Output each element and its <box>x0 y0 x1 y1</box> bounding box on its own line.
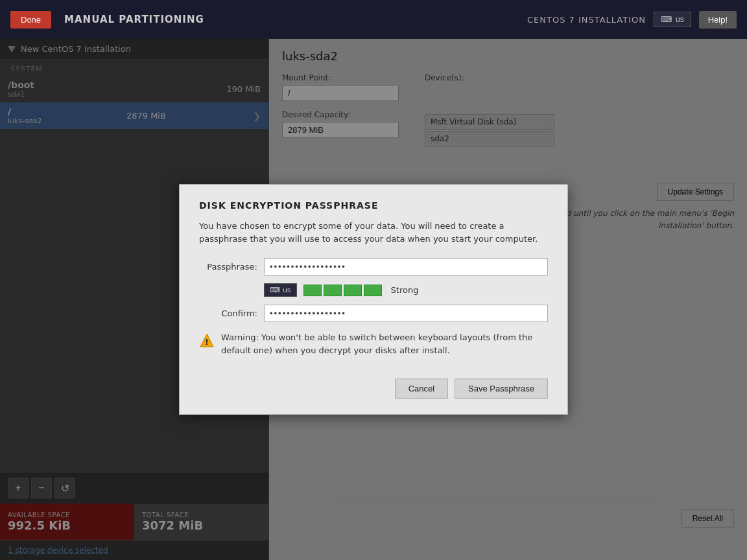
keyboard-indicator[interactable]: ⌨ us <box>264 283 297 297</box>
page-title: MANUAL PARTITIONING <box>64 14 204 25</box>
dialog-buttons: Cancel Save Passphrase <box>199 379 548 399</box>
keyboard-lang-label: us <box>283 286 291 294</box>
done-button[interactable]: Done <box>10 11 51 29</box>
passphrase-row: Passphrase: <box>199 258 548 275</box>
strength-bar-1 <box>303 285 322 296</box>
keyboard-icon-dialog: ⌨ <box>270 286 280 294</box>
confirm-input[interactable] <box>264 305 548 322</box>
main-area: New CentOS 7 Installation SYSTEM /boot s… <box>0 39 747 560</box>
keyboard-strength-row: ⌨ us Strong <box>199 283 548 297</box>
passphrase-input[interactable] <box>264 258 548 275</box>
help-button[interactable]: Help! <box>699 11 737 29</box>
dialog-overlay: DISK ENCRYPTION PASSPHRASE You have chos… <box>0 39 747 560</box>
keyboard-layout-button[interactable]: ⌨ us <box>654 12 691 27</box>
strength-bar-2 <box>324 285 342 296</box>
save-passphrase-button[interactable]: Save Passphrase <box>455 379 548 399</box>
dialog-warning: ! Warning: You won't be able to switch b… <box>199 331 548 363</box>
strength-bar-3 <box>344 285 362 296</box>
confirm-label: Confirm: <box>199 309 257 318</box>
confirm-row: Confirm: <box>199 305 548 322</box>
top-bar: Done MANUAL PARTITIONING CENTOS 7 INSTAL… <box>0 0 747 39</box>
strength-bar-4 <box>364 285 382 296</box>
dialog-title: DISK ENCRYPTION PASSPHRASE <box>199 200 548 211</box>
top-bar-left: Done MANUAL PARTITIONING <box>10 11 204 29</box>
strength-bars <box>303 285 382 296</box>
keyboard-icon: ⌨ <box>661 15 672 24</box>
warning-text: Warning: You won't be able to switch bet… <box>221 331 548 356</box>
warning-icon: ! <box>199 332 215 348</box>
passphrase-label: Passphrase: <box>199 262 257 272</box>
strength-label: Strong <box>391 285 419 295</box>
keyboard-layout-label: us <box>676 15 684 24</box>
cancel-button[interactable]: Cancel <box>395 379 448 399</box>
centos-title: CENTOS 7 INSTALLATION <box>527 15 646 25</box>
disk-encryption-dialog: DISK ENCRYPTION PASSPHRASE You have chos… <box>179 184 568 415</box>
svg-text:!: ! <box>205 337 209 347</box>
top-bar-right: CENTOS 7 INSTALLATION ⌨ us Help! <box>527 11 737 29</box>
dialog-description: You have chosen to encrypt some of your … <box>199 220 548 245</box>
